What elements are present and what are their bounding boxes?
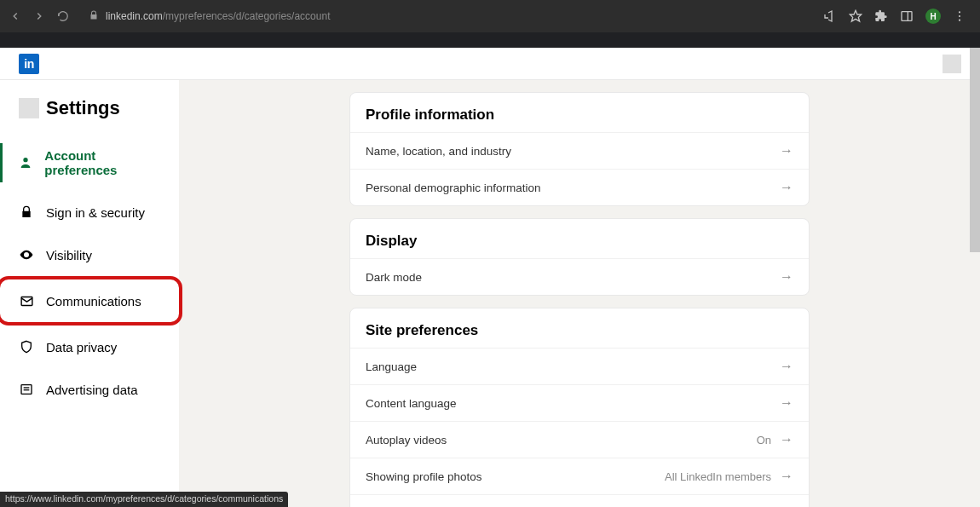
sidebar-item-label: Sign in & security	[46, 205, 145, 220]
row-value: All LinkedIn members	[665, 470, 771, 483]
card-display: Display Dark mode →	[349, 218, 810, 296]
card-title: Profile information	[350, 93, 809, 132]
row-label: Autoplay videos	[366, 434, 447, 447]
sidebar: Settings Account preferences Sign in & s…	[0, 80, 179, 507]
address-bar[interactable]: linkedin.com/mypreferences/d/categories/…	[80, 9, 813, 24]
row-feed-preferences[interactable]: Feed preferences On→	[350, 494, 809, 507]
page-header: in	[0, 48, 980, 80]
sidebar-item-label: Communications	[46, 294, 141, 308]
sidebar-item-account-preferences[interactable]: Account preferences	[0, 135, 179, 191]
row-label: Language	[366, 360, 417, 373]
arrow-right-icon: →	[780, 359, 793, 374]
sidebar-item-label: Advertising data	[46, 383, 138, 397]
page-title: Settings	[46, 97, 120, 119]
arrow-right-icon: →	[780, 395, 793, 411]
svg-point-5	[959, 20, 960, 21]
sidebar-item-advertising-data[interactable]: Advertising data	[0, 368, 179, 411]
main-content: Profile information Name, location, and …	[179, 80, 980, 507]
reload-button[interactable]	[56, 9, 70, 23]
sidebar-title-row: Settings	[0, 97, 179, 135]
linkedin-logo[interactable]: in	[19, 54, 39, 74]
row-label: Personal demographic information	[366, 181, 541, 194]
person-icon	[19, 155, 32, 170]
shield-icon	[19, 339, 34, 354]
back-button[interactable]	[9, 9, 22, 23]
sidebar-item-label: Data privacy	[46, 340, 117, 354]
lock-icon	[89, 9, 99, 24]
row-value: On	[757, 434, 771, 447]
kebab-menu-icon[interactable]	[953, 9, 966, 23]
star-icon[interactable]	[849, 9, 862, 23]
newspaper-icon	[19, 382, 34, 397]
avatar[interactable]	[943, 55, 961, 73]
arrow-right-icon: →	[780, 432, 793, 447]
row-personal-demographic[interactable]: Personal demographic information →	[350, 169, 809, 205]
mail-icon	[19, 293, 34, 308]
arrow-right-icon: →	[780, 469, 793, 484]
card-title: Display	[350, 219, 809, 258]
panel-icon[interactable]	[900, 9, 914, 23]
eye-icon	[19, 247, 34, 262]
svg-marker-0	[850, 10, 861, 21]
arrow-right-icon: →	[780, 269, 793, 285]
settings-icon	[19, 98, 39, 118]
row-label: Showing profile photos	[366, 470, 482, 483]
sidebar-item-sign-in-security[interactable]: Sign in & security	[0, 191, 179, 233]
row-dark-mode[interactable]: Dark mode →	[350, 258, 809, 295]
browser-profile[interactable]: H	[925, 9, 941, 24]
status-bar: https://www.linkedin.com/mypreferences/d…	[0, 492, 288, 507]
row-content-language[interactable]: Content language →	[350, 384, 809, 421]
sidebar-item-communications[interactable]: Communications	[0, 276, 182, 326]
svg-point-3	[959, 11, 960, 13]
row-showing-profile-photos[interactable]: Showing profile photos All LinkedIn memb…	[350, 458, 809, 494]
share-icon[interactable]	[823, 9, 837, 23]
bookmarks-strip	[0, 32, 980, 48]
scrollbar[interactable]	[970, 48, 980, 252]
lock-icon	[19, 205, 34, 220]
forward-button[interactable]	[32, 9, 46, 23]
svg-point-4	[959, 15, 960, 17]
card-profile-information: Profile information Name, location, and …	[349, 92, 810, 206]
row-label: Name, location, and industry	[366, 145, 511, 158]
card-title: Site preferences	[350, 308, 809, 348]
row-language[interactable]: Language →	[350, 348, 809, 384]
sidebar-item-visibility[interactable]: Visibility	[0, 233, 179, 276]
browser-toolbar: linkedin.com/mypreferences/d/categories/…	[0, 0, 980, 32]
extensions-icon[interactable]	[874, 9, 888, 23]
arrow-right-icon: →	[780, 143, 793, 158]
browser-right-icons: H	[823, 9, 971, 24]
row-autoplay-videos[interactable]: Autoplay videos On→	[350, 421, 809, 458]
url-text: linkedin.com/mypreferences/d/categories/…	[106, 10, 330, 22]
row-label: Content language	[366, 397, 457, 410]
arrow-right-icon: →	[780, 180, 793, 195]
sidebar-item-label: Visibility	[46, 248, 92, 262]
sidebar-item-data-privacy[interactable]: Data privacy	[0, 326, 179, 368]
row-label: Dark mode	[366, 271, 422, 284]
svg-point-6	[24, 158, 28, 162]
card-site-preferences: Site preferences Language → Content lang…	[349, 308, 810, 507]
svg-rect-1	[902, 12, 912, 21]
row-name-location-industry[interactable]: Name, location, and industry →	[350, 132, 809, 169]
sidebar-item-label: Account preferences	[44, 148, 160, 177]
